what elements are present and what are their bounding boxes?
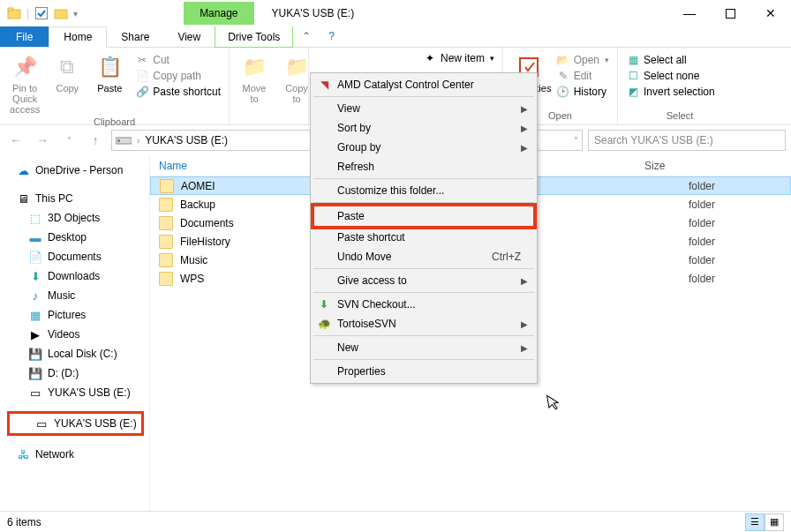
tree-pictures[interactable]: ▦Pictures: [4, 305, 149, 325]
ctx-amd[interactable]: ◥AMD Catalyst Control Center: [313, 75, 535, 94]
close-button[interactable]: ✕: [750, 0, 791, 26]
copy-icon: ⧉: [53, 53, 81, 81]
ctx-view[interactable]: View▶: [313, 99, 535, 118]
address-path[interactable]: YUKA'S USB (E:): [145, 134, 228, 146]
tree-disk-d[interactable]: 💾D: (D:): [4, 363, 149, 383]
pin-quick-access-button[interactable]: 📌 Pin to Quick access: [5, 51, 44, 116]
ctx-give-access[interactable]: Give access to▶: [313, 271, 535, 290]
chevron-right-icon: ▶: [521, 343, 528, 353]
qat-dropdown-icon[interactable]: ▾: [73, 9, 78, 19]
tree-documents[interactable]: 📄Documents: [4, 247, 149, 266]
address-dropdown-icon[interactable]: ˅: [574, 136, 578, 146]
paste-shortcut-button[interactable]: 🔗Paste shortcut: [132, 85, 223, 99]
pc-icon: 🖥: [16, 191, 30, 206]
icons-view-button[interactable]: ▦: [765, 513, 784, 531]
ctx-properties[interactable]: Properties: [313, 362, 535, 381]
usb-icon: ▭: [34, 416, 49, 431]
details-view-button[interactable]: ☰: [745, 513, 765, 531]
back-button[interactable]: ←: [5, 130, 26, 151]
tree-videos[interactable]: ▶Videos: [4, 325, 149, 344]
moveto-icon: 📁: [240, 53, 268, 81]
copy-path-button[interactable]: 📄Copy path: [132, 69, 223, 83]
tree-3d-objects[interactable]: ⬚3D Objects: [4, 208, 149, 228]
up-button[interactable]: ↑: [85, 130, 106, 151]
ctx-new[interactable]: New▶: [313, 338, 535, 357]
selectnone-icon: ☐: [626, 70, 640, 82]
edit-icon: ✎: [556, 70, 570, 82]
ctx-group-by[interactable]: Group by▶: [313, 138, 535, 157]
documents-icon: 📄: [28, 250, 42, 264]
checkbox-icon[interactable]: [34, 6, 49, 20]
ctx-undo-move[interactable]: Undo MoveCtrl+Z: [313, 247, 535, 266]
3d-icon: ⬚: [28, 211, 42, 225]
cut-button[interactable]: ✂Cut: [132, 53, 223, 67]
history-button[interactable]: 🕑History: [554, 85, 612, 99]
tree-desktop[interactable]: ▬Desktop: [4, 228, 149, 247]
downloads-icon: ⬇: [28, 269, 42, 283]
move-to-button[interactable]: 📁 Move to: [235, 51, 274, 106]
ctx-refresh[interactable]: Refresh: [313, 157, 535, 176]
tree-onedrive[interactable]: ☁OneDrive - Person: [4, 161, 149, 180]
selectall-icon: ▦: [626, 54, 640, 66]
status-text: 6 items: [7, 516, 41, 528]
paste-icon: 📋: [95, 53, 124, 81]
help-icon[interactable]: ?: [320, 26, 343, 47]
maximize-button[interactable]: [710, 0, 750, 26]
address-chevron-icon[interactable]: ›: [137, 136, 139, 146]
view-tab[interactable]: View: [163, 26, 215, 47]
tree-music[interactable]: ♪Music: [4, 286, 149, 305]
forward-button[interactable]: →: [32, 130, 53, 151]
ctx-paste-shortcut[interactable]: Paste shortcut: [313, 228, 535, 247]
copy-button[interactable]: ⧉ Copy: [48, 51, 87, 95]
ctx-paste[interactable]: Paste: [311, 203, 537, 229]
folder-icon: [7, 6, 21, 20]
pictures-icon: ▦: [28, 308, 42, 322]
tortoise-icon: 🐢: [317, 318, 331, 330]
ctx-customize[interactable]: Customize this folder...: [313, 181, 535, 200]
minimize-button[interactable]: —: [669, 0, 710, 26]
divider-icon: |: [26, 7, 29, 19]
ctx-sort-by[interactable]: Sort by▶: [313, 118, 535, 138]
chevron-right-icon: ▶: [521, 319, 528, 329]
cursor-icon: [546, 393, 562, 412]
amd-icon: ◥: [317, 79, 331, 91]
tree-this-pc[interactable]: 🖥This PC: [4, 189, 149, 208]
share-tab[interactable]: Share: [107, 26, 163, 47]
window-title: YUKA'S USB (E:): [272, 7, 355, 19]
tree-network[interactable]: 🖧Network: [4, 445, 149, 464]
select-none-button[interactable]: ☐Select none: [623, 69, 718, 83]
folder-icon: [159, 235, 173, 249]
ctx-svn-checkout[interactable]: ⬇SVN Checkout...: [313, 295, 535, 314]
separator: [313, 335, 534, 336]
tree-downloads[interactable]: ⬇Downloads: [4, 266, 149, 286]
navigation-tree[interactable]: ☁OneDrive - Person 🖥This PC ⬚3D Objects …: [0, 155, 150, 511]
tree-yuka-usb-2[interactable]: ▭YUKA'S USB (E:): [7, 411, 144, 436]
folder-icon: [159, 253, 173, 267]
paste-button[interactable]: 📋 Paste: [90, 51, 129, 95]
invert-selection-button[interactable]: ◩Invert selection: [623, 85, 718, 99]
file-tab[interactable]: File: [0, 26, 49, 47]
chevron-right-icon: ▶: [521, 276, 528, 286]
tree-yuka-usb-1[interactable]: ▭YUKA'S USB (E:): [4, 383, 149, 402]
folder-icon: [159, 198, 173, 212]
newitem-icon: ✦: [423, 52, 437, 64]
svn-icon: ⬇: [317, 298, 331, 311]
column-size[interactable]: Size: [644, 160, 665, 172]
drive-tools-tab[interactable]: Drive Tools: [215, 26, 293, 48]
svg-rect-1: [8, 8, 13, 11]
home-tab[interactable]: Home: [49, 26, 107, 48]
tree-local-disk-c[interactable]: 💾Local Disk (C:): [4, 344, 149, 363]
separator: [313, 292, 534, 293]
search-input[interactable]: Search YUKA'S USB (E:): [588, 130, 786, 151]
select-all-button[interactable]: ▦Select all: [623, 53, 718, 67]
recent-dropdown-icon[interactable]: ˅: [58, 130, 79, 151]
select-group-label: Select: [623, 110, 736, 123]
desktop-icon: ▬: [28, 230, 42, 244]
open-button[interactable]: 📂Open▾: [554, 53, 612, 67]
edit-button[interactable]: ✎Edit: [554, 69, 612, 83]
new-item-button[interactable]: ✦New item▾: [420, 51, 497, 65]
manage-tab[interactable]: Manage: [184, 2, 253, 25]
collapse-ribbon-icon[interactable]: ⌃: [293, 26, 320, 47]
qat-folder-icon[interactable]: [54, 6, 68, 20]
ctx-tortoisesvn[interactable]: 🐢TortoiseSVN▶: [313, 314, 535, 333]
